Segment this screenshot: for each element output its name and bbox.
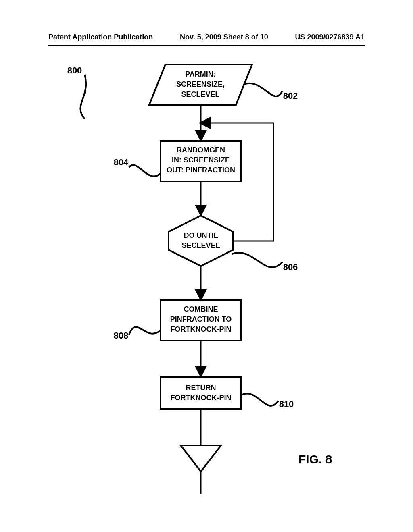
document-header: Patent Application Publication Nov. 5, 2… [0,33,413,46]
svg-marker-5 [181,445,221,472]
randomgen-line2: IN: SCREENSIZE [172,156,230,164]
figure-caption: FIG. 8 [298,453,332,466]
shape-merge-terminator [181,445,221,472]
leader-804 [129,165,161,176]
ref-label-800: 800 [67,65,82,75]
ref-label-806: 806 [283,262,298,272]
ref-label-810: 810 [279,399,294,409]
ref-label-804: 804 [114,157,129,167]
shape-combine-process: COMBINE PINFRACTION TO FORTKNOCK-PIN [161,300,241,341]
parmin-line2: SCREENSIZE, [176,80,225,88]
shape-dountil-loop: DO UNTIL SECLEVEL [169,216,233,266]
svg-marker-2 [169,216,233,266]
flowchart-figure: PARMIN: SCREENSIZE, SECLEVEL RANDOMGEN I… [0,56,413,532]
header-right: US 2009/0276839 A1 [295,33,365,42]
combine-line2: PINFRACTION TO [170,315,232,323]
randomgen-line3: OUT: PINFRACTION [167,166,235,174]
leader-808 [129,327,161,335]
ref-label-802: 802 [283,91,298,101]
leader-806 [232,253,282,267]
svg-rect-4 [161,377,241,409]
parmin-line1: PARMIN: [185,70,216,78]
header-rule [48,45,365,46]
header-left: Patent Application Publication [48,33,153,42]
parmin-line3: SECLEVEL [181,90,219,98]
combine-line3: FORTKNOCK-PIN [171,325,232,333]
leader-810 [241,394,278,406]
page: Patent Application Publication Nov. 5, 2… [0,0,413,532]
header-center: Nov. 5, 2009 Sheet 8 of 10 [180,33,268,42]
leader-802 [243,83,282,96]
return-line1: RETURN [186,384,216,392]
leader-800 [80,75,86,119]
combine-line1: COMBINE [184,305,218,313]
ref-label-808: 808 [114,330,129,341]
dountil-line1: DO UNTIL [184,231,218,239]
shape-parmin-parallelogram: PARMIN: SCREENSIZE, SECLEVEL [149,64,252,105]
shape-return-process: RETURN FORTKNOCK-PIN [161,377,241,409]
shape-randomgen-process: RANDOMGEN IN: SCREENSIZE OUT: PINFRACTIO… [161,141,241,181]
dountil-line2: SECLEVEL [181,241,220,249]
randomgen-line1: RANDOMGEN [177,146,225,154]
return-line2: FORTKNOCK-PIN [171,394,232,402]
